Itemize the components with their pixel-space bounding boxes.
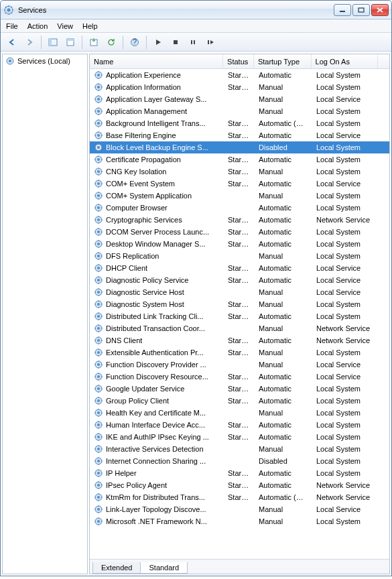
service-row[interactable]: Extensible Authentication Pr...StartedMa… xyxy=(90,346,389,359)
service-row[interactable]: Link-Layer Topology Discove...ManualLoca… xyxy=(90,503,389,515)
service-status: Started xyxy=(224,433,255,441)
minimize-button[interactable] xyxy=(334,4,351,16)
service-name: Application Layer Gateway S... xyxy=(106,95,206,103)
service-startup: Automatic xyxy=(255,264,312,272)
properties-button[interactable] xyxy=(63,35,78,50)
svg-point-64 xyxy=(97,351,100,354)
service-row[interactable]: Application Layer Gateway S...ManualLoca… xyxy=(90,93,389,105)
service-row[interactable]: IKE and AuthIP IPsec Keying ...StartedAu… xyxy=(90,431,389,443)
service-row[interactable]: KtmRm for Distributed Trans...StartedAut… xyxy=(90,491,389,503)
maximize-button[interactable] xyxy=(352,4,370,16)
service-row[interactable]: Microsoft .NET Framework N...ManualLocal… xyxy=(90,515,389,527)
tab-standard[interactable]: Standard xyxy=(140,562,188,574)
service-row[interactable]: Desktop Window Manager S...StartedAutoma… xyxy=(90,238,389,250)
export-button[interactable] xyxy=(86,35,101,50)
service-row[interactable]: Diagnostic System HostStartedManualLocal… xyxy=(90,298,389,310)
svg-point-68 xyxy=(97,375,100,378)
svg-point-80 xyxy=(97,448,100,450)
service-row[interactable]: CNG Key IsolationStartedManualLocal Syst… xyxy=(90,166,389,178)
service-row[interactable]: DCOM Server Process Launc...StartedAutom… xyxy=(90,226,389,238)
stop-service-button[interactable] xyxy=(168,35,183,50)
service-logon: Local System xyxy=(312,240,379,248)
titlebar[interactable]: Services xyxy=(1,1,391,19)
service-status: Started xyxy=(224,493,255,501)
service-status: Started xyxy=(224,336,255,344)
service-row[interactable]: IP HelperStartedAutomaticLocal System xyxy=(90,467,389,479)
tree-pane[interactable]: Services (Local) xyxy=(2,54,88,574)
column-header-name[interactable]: Name xyxy=(90,54,223,68)
svg-point-78 xyxy=(97,436,100,438)
forward-button[interactable] xyxy=(22,35,37,50)
service-logon: Local System xyxy=(312,119,379,127)
services-window: Services File Action View Help ? xyxy=(0,0,392,576)
service-row[interactable]: Health Key and Certificate M...ManualLoc… xyxy=(90,407,389,419)
separator-icon xyxy=(123,36,123,49)
service-row[interactable]: Interactive Services DetectionManualLoca… xyxy=(90,443,389,455)
service-startup: Manual xyxy=(255,324,312,332)
service-startup: Manual xyxy=(255,445,312,453)
service-row[interactable]: Application InformationStartedManualLoca… xyxy=(90,81,389,93)
service-row[interactable]: Human Interface Device Acc...StartedAuto… xyxy=(90,419,389,431)
tab-extended[interactable]: Extended xyxy=(92,562,141,574)
service-name: Diagnostic System Host xyxy=(106,300,184,308)
menu-view[interactable]: View xyxy=(57,22,73,30)
service-row[interactable]: COM+ System ApplicationManualLocal Syste… xyxy=(90,190,389,202)
restart-service-button[interactable] xyxy=(203,35,218,50)
service-name: Human Interface Device Acc... xyxy=(106,421,205,429)
menu-action[interactable]: Action xyxy=(27,22,48,30)
service-row[interactable]: Computer BrowserAutomaticLocal System xyxy=(90,202,389,214)
service-row[interactable]: Diagnostic Service HostManualLocal Servi… xyxy=(90,286,389,298)
service-logon: Local System xyxy=(312,143,379,151)
tree-root-node[interactable]: Services (Local) xyxy=(3,54,87,68)
close-button[interactable] xyxy=(371,4,389,16)
svg-point-30 xyxy=(97,146,100,149)
service-row[interactable]: Google Updater ServiceStartedAutomaticLo… xyxy=(90,383,389,395)
svg-rect-14 xyxy=(208,40,209,44)
service-list[interactable]: Application ExperienceStartedAutomaticLo… xyxy=(90,69,389,559)
service-row[interactable]: Internet Connection Sharing ...DisabledL… xyxy=(90,455,389,467)
gear-icon xyxy=(94,324,103,333)
service-row[interactable]: COM+ Event SystemStartedAutomaticLocal S… xyxy=(90,178,389,190)
gear-icon xyxy=(94,517,103,526)
service-row[interactable]: Certificate PropagationStartedAutomaticL… xyxy=(90,153,389,166)
service-row[interactable]: Function Discovery Resource...StartedAut… xyxy=(90,371,389,383)
service-row[interactable]: Function Discovery Provider ...ManualLoc… xyxy=(90,359,389,371)
service-row[interactable]: Cryptographic ServicesStartedAutomaticNe… xyxy=(90,214,389,226)
service-row[interactable]: Base Filtering EngineStartedAutomaticLoc… xyxy=(90,129,389,141)
service-row[interactable]: DNS ClientStartedAutomaticNetwork Servic… xyxy=(90,334,389,346)
service-row[interactable]: Application ExperienceStartedAutomaticLo… xyxy=(90,69,389,81)
service-row[interactable]: IPsec Policy AgentStartedAutomaticNetwor… xyxy=(90,479,389,491)
tree-root-label: Services (Local) xyxy=(17,57,70,65)
gear-icon xyxy=(94,384,103,393)
service-row[interactable]: Background Intelligent Trans...StartedAu… xyxy=(90,117,389,129)
refresh-button[interactable] xyxy=(104,35,119,50)
menu-file[interactable]: File xyxy=(6,22,18,30)
start-service-button[interactable] xyxy=(151,35,166,50)
service-row[interactable]: DFS ReplicationManualLocal System xyxy=(90,250,389,262)
service-row[interactable]: Application ManagementManualLocal System xyxy=(90,105,389,117)
menu-help[interactable]: Help xyxy=(82,22,98,30)
back-button[interactable] xyxy=(5,35,19,50)
service-logon: Local System xyxy=(312,348,379,357)
service-logon: Local Service xyxy=(312,288,379,296)
service-name: Extensible Authentication Pr... xyxy=(106,348,204,357)
service-row[interactable]: Distributed Link Tracking Cli...StartedA… xyxy=(90,310,389,322)
service-row[interactable]: Block Level Backup Engine S...DisabledLo… xyxy=(90,141,389,153)
show-hide-tree-button[interactable] xyxy=(46,35,60,50)
gear-icon xyxy=(94,372,103,381)
service-startup: Automatic xyxy=(255,180,312,188)
column-header-logon[interactable]: Log On As xyxy=(312,54,379,68)
service-row[interactable]: Distributed Transaction Coor...ManualNet… xyxy=(90,322,389,334)
service-row[interactable]: DHCP ClientStartedAutomaticLocal Service xyxy=(90,262,389,274)
service-row[interactable]: Diagnostic Policy ServiceStartedAutomati… xyxy=(90,274,389,286)
svg-point-22 xyxy=(97,98,100,101)
service-logon: Local Service xyxy=(312,373,379,381)
gear-icon xyxy=(94,408,103,417)
column-header-status[interactable]: Status xyxy=(223,54,254,68)
pause-service-button[interactable] xyxy=(186,35,200,50)
column-header-startup[interactable]: Startup Type xyxy=(254,54,312,68)
service-row[interactable]: Group Policy ClientStartedAutomaticLocal… xyxy=(90,395,389,407)
service-logon: Local System xyxy=(312,192,379,200)
service-name: CNG Key Isolation xyxy=(106,168,166,176)
help-button[interactable]: ? xyxy=(127,35,142,50)
